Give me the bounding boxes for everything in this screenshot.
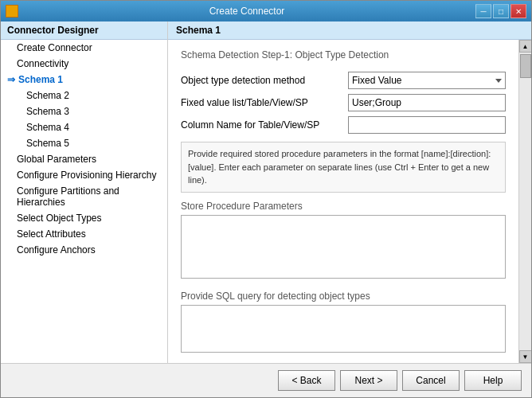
sidebar-item-label: Configure Anchors (17, 244, 96, 256)
sidebar-item-schema3[interactable]: Schema 3 (1, 103, 167, 119)
fixed-value-input-wrapper (348, 94, 506, 111)
sql-section-label: Provide SQL query for detecting object t… (181, 291, 506, 302)
main-window: Create Connector ─ □ ✕ Connector Designe… (0, 0, 532, 398)
close-button[interactable]: ✕ (510, 4, 526, 18)
detection-method-select[interactable]: Fixed Value Table View Stored Procedure (348, 72, 506, 89)
next-button[interactable]: Next > (340, 370, 397, 391)
column-name-input[interactable] (348, 116, 506, 134)
help-button[interactable]: Help (464, 370, 522, 391)
sidebar-item-label: Schema 5 (26, 138, 69, 149)
detection-method-label: Object type detection method (181, 75, 348, 86)
column-name-row: Column Name for Table/View/SP (181, 116, 506, 134)
sidebar-item-global-parameters[interactable]: Global Parameters (1, 151, 167, 167)
sidebar-header: Connector Designer (1, 21, 167, 40)
column-name-label: Column Name for Table/View/SP (181, 119, 348, 131)
column-name-input-wrapper (348, 116, 506, 134)
sidebar-item-label: Configure Provisioning Hierarchy (17, 170, 156, 181)
sidebar-item-create-connector[interactable]: Create Connector (1, 40, 167, 56)
sidebar-item-configure-anchors[interactable]: Configure Anchors (1, 242, 167, 258)
sidebar-item-label: Configure Partitions and Hierarchies (17, 185, 119, 208)
arrow-icon: ⇒ (7, 74, 15, 85)
title-bar: Create Connector ─ □ ✕ (1, 1, 531, 21)
sidebar-item-label: Global Parameters (17, 154, 96, 165)
scroll-up-button[interactable]: ▲ (519, 40, 532, 53)
minimize-button[interactable]: ─ (475, 4, 491, 18)
main-scroll-wrapper: Schema Detection Step-1: Object Type Det… (168, 40, 531, 363)
sidebar-item-label: Schema 4 (26, 122, 69, 133)
maximize-button[interactable]: □ (493, 4, 509, 18)
info-text: Provide required stored procedure parame… (181, 142, 506, 193)
sidebar: Connector Designer Create ConnectorConne… (1, 21, 168, 363)
window-title: Create Connector (18, 6, 475, 17)
content-area: Connector Designer Create ConnectorConne… (1, 21, 531, 363)
sidebar-item-select-object-types[interactable]: Select Object Types (1, 210, 167, 226)
sidebar-item-select-attributes[interactable]: Select Attributes (1, 226, 167, 242)
sidebar-item-label: Connectivity (17, 58, 68, 69)
sidebar-item-schema2[interactable]: Schema 2 (1, 88, 167, 103)
scroll-down-button[interactable]: ▼ (519, 350, 532, 363)
fixed-value-row: Fixed value list/Table/View/SP (181, 94, 506, 111)
store-procedure-label: Store Procedure Parameters (181, 201, 506, 212)
sidebar-item-label: Create Connector (17, 42, 92, 53)
sidebar-item-configure-partitions[interactable]: Configure Partitions and Hierarchies (1, 183, 167, 210)
sidebar-item-schema5[interactable]: Schema 5 (1, 135, 167, 151)
cancel-button[interactable]: Cancel (402, 370, 460, 391)
sidebar-item-connectivity[interactable]: Connectivity (1, 56, 167, 72)
section-title: Schema Detection Step-1: Object Type Det… (181, 49, 506, 60)
store-procedure-textarea[interactable] (181, 215, 506, 279)
main-panel: Schema 1 Schema Detection Step-1: Object… (168, 21, 531, 363)
sidebar-item-schema4[interactable]: Schema 4 (1, 119, 167, 135)
scroll-thumb[interactable] (520, 54, 531, 78)
fixed-value-label: Fixed value list/Table/View/SP (181, 97, 348, 108)
sql-query-textarea[interactable] (181, 305, 506, 353)
sidebar-item-label: Select Attributes (17, 228, 86, 240)
main-panel-header: Schema 1 (168, 21, 531, 40)
detection-method-select-wrapper: Fixed Value Table View Stored Procedure (348, 72, 506, 89)
sidebar-item-configure-provisioning[interactable]: Configure Provisioning Hierarchy (1, 167, 167, 183)
sidebar-item-label: Schema 1 (18, 74, 63, 85)
sidebar-item-label: Schema 3 (26, 106, 69, 117)
detection-method-row: Object type detection method Fixed Value… (181, 72, 506, 89)
title-bar-controls: ─ □ ✕ (475, 4, 526, 18)
sidebar-item-label: Schema 2 (26, 90, 69, 101)
fixed-value-input[interactable] (348, 94, 506, 111)
sidebar-item-label: Select Object Types (17, 213, 102, 224)
app-icon (6, 5, 18, 18)
footer: < Back Next > Cancel Help (1, 363, 531, 397)
sidebar-item-schema1[interactable]: ⇒Schema 1 (1, 72, 167, 88)
main-content: Schema Detection Step-1: Object Type Det… (168, 40, 518, 363)
vertical-scrollbar[interactable]: ▲ ▼ (518, 40, 531, 363)
back-button[interactable]: < Back (278, 370, 335, 391)
